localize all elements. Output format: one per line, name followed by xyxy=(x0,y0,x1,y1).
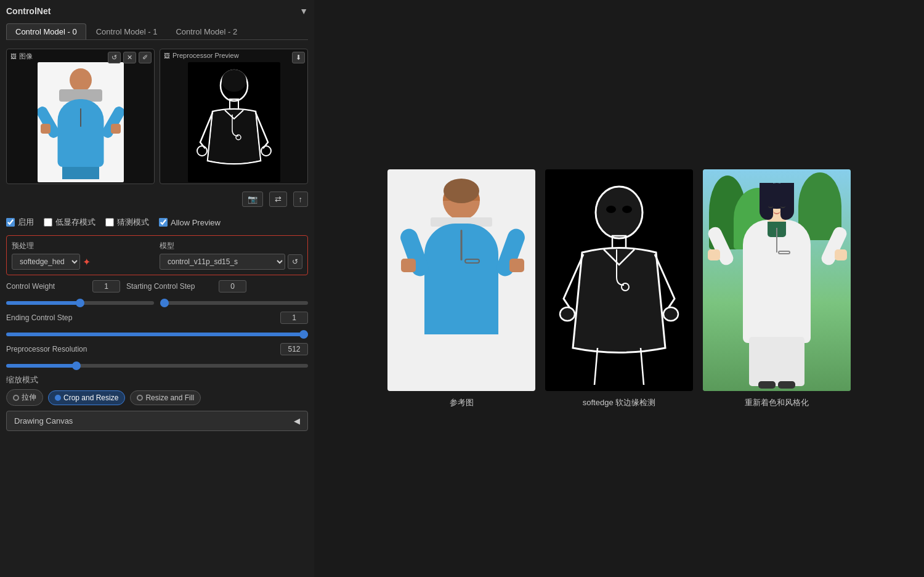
edge-detection-preview xyxy=(188,62,280,182)
image-input-row: 🖼 图像 ↺ ✕ ✐ xyxy=(6,49,308,184)
output-images-container: 参考图 xyxy=(387,169,851,408)
svg-point-6 xyxy=(596,187,642,238)
anime-nurse-output xyxy=(703,169,851,391)
control-weight-value: 1 xyxy=(92,280,120,293)
preprocessor-label: 预处理 xyxy=(12,241,155,251)
control-weight-slider[interactable] xyxy=(6,301,154,305)
preprocessor-res-slider[interactable] xyxy=(6,364,308,368)
starting-step-label: Starting Control Step xyxy=(126,282,213,291)
ending-step-row: Ending Control Step 1 xyxy=(6,312,308,324)
scale-mode-section: 缩放模式 拉伸 Crop and Resize Resize and Fill xyxy=(6,374,308,406)
output-col-anime: 重新着色和风格化 xyxy=(703,169,851,408)
model-controls: control_v11p_sd15_s ↺ xyxy=(160,254,302,270)
edge-detection-label: softedge 软边缘检测 xyxy=(583,397,656,408)
panel-header: ControlNet ▼ xyxy=(6,6,308,16)
drawing-canvas-row[interactable]: Drawing Canvas ◀ xyxy=(6,411,308,431)
starting-step-value: 0 xyxy=(219,280,246,293)
close-input-btn[interactable]: ✕ xyxy=(123,52,136,63)
output-image-edge xyxy=(545,169,693,391)
resize-fill-radio-dot xyxy=(137,395,143,401)
control-weight-label: Control Weight xyxy=(6,282,86,291)
preprocessor-select[interactable]: softedge_hed xyxy=(12,254,80,270)
svg-point-11 xyxy=(663,307,678,321)
svg-point-4 xyxy=(261,146,271,156)
enable-checkbox[interactable]: 启用 xyxy=(6,217,34,228)
panel-collapse-icon[interactable]: ▼ xyxy=(299,6,308,16)
tab-control-model-0[interactable]: Control Model - 0 xyxy=(6,23,86,39)
svg-point-8 xyxy=(622,206,632,213)
input-image-label: 🖼 图像 xyxy=(10,52,33,61)
star-icon[interactable]: ✦ xyxy=(83,256,91,268)
input-image-box[interactable]: 🖼 图像 ↺ ✕ ✐ xyxy=(6,49,155,184)
guess-mode-checkbox[interactable]: 猜测模式 xyxy=(105,217,149,228)
preprocessor-preview-box[interactable]: 🖼 Preprocessor Preview ⬇ xyxy=(160,49,308,184)
dual-slider-row xyxy=(6,297,308,307)
reference-photo xyxy=(387,169,535,391)
ending-step-label: Ending Control Step xyxy=(6,313,86,322)
allow-preview-checkbox[interactable]: Allow Preview xyxy=(159,218,221,227)
svg-point-7 xyxy=(606,206,616,213)
model-select[interactable]: control_v11p_sd15_s xyxy=(160,254,285,270)
scale-stretch-option[interactable]: 拉伸 xyxy=(6,389,43,406)
svg-point-10 xyxy=(560,307,575,321)
download-preview-btn[interactable]: ⬇ xyxy=(292,52,305,63)
ending-step-slider-container xyxy=(6,329,308,338)
action-buttons-row: 📷 ⇄ ↑ xyxy=(6,189,308,209)
drawing-canvas-label: Drawing Canvas xyxy=(14,416,73,426)
model-label: 模型 xyxy=(160,241,302,251)
starting-step-slider[interactable] xyxy=(160,301,308,305)
refresh-input-btn[interactable]: ↺ xyxy=(108,52,121,63)
drawing-canvas-icon: ◀ xyxy=(294,416,300,426)
control-weight-slider-container xyxy=(6,297,154,307)
preview-image-controls: ⬇ xyxy=(292,52,305,63)
upload-action-btn[interactable]: ↑ xyxy=(293,192,309,207)
low-vram-checkbox[interactable]: 低显存模式 xyxy=(44,217,95,228)
swap-action-btn[interactable]: ⇄ xyxy=(269,192,287,207)
control-net-panel: ControlNet ▼ Control Model - 0 Control M… xyxy=(0,0,314,577)
output-panel: 参考图 xyxy=(314,0,924,577)
preprocessor-model-section: 预处理 softedge_hed ✦ 模型 control_v11p_sd15_… xyxy=(6,235,308,275)
anime-nurse-label: 重新着色和风格化 xyxy=(745,397,809,408)
svg-point-1 xyxy=(222,70,246,92)
crop-resize-radio-dot xyxy=(55,395,61,401)
preprocessor-preview-label: 🖼 Preprocessor Preview xyxy=(164,52,239,59)
tab-bar: Control Model - 0 Control Model - 1 Cont… xyxy=(6,23,308,40)
panel-title: ControlNet xyxy=(6,6,51,16)
output-col-edge: softedge 软边缘检测 xyxy=(545,169,693,408)
preprocessor-res-row: Preprocessor Resolution 512 xyxy=(6,343,308,355)
edit-input-btn[interactable]: ✐ xyxy=(139,52,152,63)
scale-mode-label: 缩放模式 xyxy=(6,375,38,384)
camera-action-btn[interactable]: 📷 xyxy=(242,192,263,207)
scale-mode-options: 拉伸 Crop and Resize Resize and Fill xyxy=(6,389,308,406)
scale-resize-fill-option[interactable]: Resize and Fill xyxy=(130,390,201,405)
input-image-controls: ↺ ✕ ✐ xyxy=(108,52,152,63)
output-image-reference xyxy=(387,169,535,391)
preprocessor-res-value: 512 xyxy=(280,343,308,355)
tab-control-model-2[interactable]: Control Model - 2 xyxy=(167,23,246,39)
weight-start-row: Control Weight 1 Starting Control Step 0 xyxy=(6,280,308,293)
preprocessor-res-slider-container xyxy=(6,360,308,369)
starting-step-slider-container xyxy=(160,297,308,307)
options-checkbox-row: 启用 低显存模式 猜测模式 Allow Preview xyxy=(6,214,308,230)
stretch-radio-dot xyxy=(13,395,19,401)
reference-image-label: 参考图 xyxy=(450,397,474,408)
output-col-reference: 参考图 xyxy=(387,169,535,408)
model-refresh-btn[interactable]: ↺ xyxy=(288,254,302,269)
edge-detection-output xyxy=(545,169,693,391)
model-section: 模型 control_v11p_sd15_s ↺ xyxy=(160,241,302,270)
preprocessor-controls: softedge_hed ✦ xyxy=(12,254,155,270)
ending-step-slider[interactable] xyxy=(6,333,308,336)
output-image-anime xyxy=(703,169,851,391)
tab-control-model-1[interactable]: Control Model - 1 xyxy=(87,23,166,39)
ending-step-value: 1 xyxy=(280,312,308,324)
preprocessor-section: 预处理 softedge_hed ✦ xyxy=(12,241,155,270)
nurse-photo-preview xyxy=(38,62,124,182)
scale-crop-resize-option[interactable]: Crop and Resize xyxy=(48,390,125,405)
preprocessor-res-label: Preprocessor Resolution xyxy=(6,345,87,353)
svg-point-3 xyxy=(197,146,207,156)
